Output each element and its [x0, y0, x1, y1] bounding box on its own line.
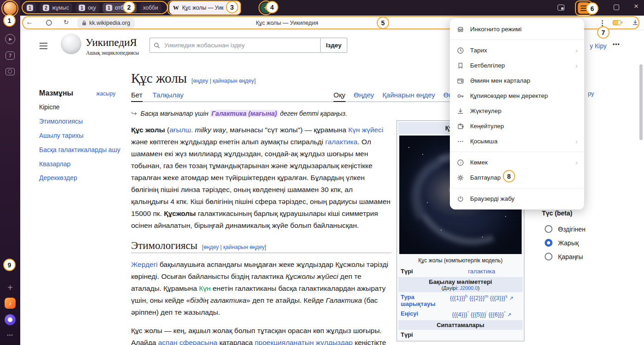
- radio-icon[interactable]: [545, 225, 552, 233]
- article-title: Құс жолы: [131, 71, 187, 86]
- wiki-search: Іздеу: [150, 38, 347, 53]
- menu-item-incognito[interactable]: Инкогнито режимі: [450, 22, 584, 37]
- sidebar-add-icon[interactable]: +: [0, 283, 20, 293]
- toc-item-etymology[interactable]: Этимологиясы: [39, 117, 125, 126]
- reload-icon[interactable]: ↻: [63, 18, 69, 26]
- menu-item-passwords[interactable]: Құпиясөздер мен деректер: [450, 88, 584, 103]
- lock-icon: [82, 20, 86, 26]
- more-horizontal-icon: [456, 138, 465, 145]
- menu-item-label: Жүктеулер: [470, 107, 501, 114]
- profile-avatar[interactable]: [4, 2, 17, 15]
- tab-group-count: 1: [106, 5, 112, 11]
- menu-item-label: Қосымша: [470, 138, 497, 145]
- menu-item-settings[interactable]: Баптаулар: [450, 170, 584, 185]
- maximize-button[interactable]: [614, 5, 619, 10]
- window-close-button[interactable]: ×: [634, 2, 638, 11]
- search-input[interactable]: [163, 41, 316, 49]
- ra-value: {{{1}}}h {{{2}}}m {{{3}}}s ↗: [443, 294, 520, 307]
- panels-icon[interactable]: [558, 5, 564, 11]
- video-icon[interactable]: ▶: [5, 34, 15, 44]
- annotation-8: 8: [503, 170, 515, 182]
- menu-item-close-browser[interactable]: Браузерді жабу: [450, 191, 584, 206]
- paragraph-1: Құс жолы (ағылш. milky way, мағынасы "сү…: [131, 124, 391, 232]
- personal-tools-icon[interactable]: •••: [613, 41, 620, 48]
- alice-icon[interactable]: [5, 314, 16, 325]
- search-button[interactable]: Іздеу: [321, 38, 347, 53]
- menu-item-more[interactable]: Қосымша ›: [450, 134, 584, 149]
- color-option-light[interactable]: Жарық: [545, 239, 579, 247]
- screenshot-icon[interactable]: [6, 68, 15, 75]
- edit-links[interactable]: [өңдеу | қайнарын өңдеу]: [191, 78, 255, 84]
- menu-item-label: Баптаулар: [470, 174, 500, 181]
- toc-item-intro[interactable]: Кіріспе: [39, 103, 125, 112]
- tab-group-pinned[interactable]: 1: [23, 3, 36, 13]
- wiki-menu-icon[interactable]: [40, 43, 47, 49]
- tab-group-hobby[interactable]: хобби: [140, 3, 161, 13]
- infobox-row-type: Түрі галактика: [398, 266, 523, 276]
- yandex-music-icon[interactable]: ♪: [5, 298, 16, 309]
- menu-item-wallet[interactable]: Әмиян мен карталар: [450, 73, 584, 88]
- toc-item-discovery[interactable]: Ашылу тарихы: [39, 131, 125, 140]
- menu-item-help[interactable]: ? Көмек ›: [450, 155, 584, 170]
- color-option-dark[interactable]: Қараңғы: [545, 253, 583, 260]
- option-label: Қараңғы: [558, 253, 583, 260]
- downloads-icon[interactable]: [632, 19, 638, 28]
- menu-item-label: Инкогнито режимі: [470, 26, 522, 33]
- dec-label-link[interactable]: Еңісуі: [401, 310, 443, 318]
- toc-item-sources[interactable]: Дереккөздер: [39, 174, 125, 182]
- tab-bar: 1 2 жұмыс 1 оқу 1 отбасы хобби W Құс жол…: [20, 0, 644, 16]
- tab-group-work[interactable]: 2 жұмыс: [40, 3, 72, 13]
- login-link[interactable]: у Кіру: [590, 42, 607, 50]
- page-scrollbar[interactable]: [639, 64, 643, 140]
- annotation-3: 3: [226, 1, 238, 13]
- alice-search-icon[interactable]: [46, 20, 52, 26]
- login-fragment: у: [590, 42, 595, 50]
- tab-group-study[interactable]: 1 оқу: [75, 3, 99, 13]
- sidebar-more-icon[interactable]: •••: [0, 333, 20, 338]
- infobox-caption: Құс жолы (компьютерлік модель): [398, 254, 523, 266]
- menu-item-extensions[interactable]: Кеңейтулер: [450, 119, 584, 134]
- toc-item-other-galaxies[interactable]: Басқа галактикаларды ашу: [39, 146, 125, 154]
- infobox-subheader-observation: Бақылау мәліметтері (Дәуірі: J2000.0): [398, 277, 523, 292]
- tab-edit-source[interactable]: Қайнарын өңдеу: [382, 91, 435, 102]
- tab-edit[interactable]: Өңдеу: [354, 91, 374, 102]
- menu-item-bookmarks[interactable]: Бетбелгілер ›: [450, 58, 584, 73]
- chevron-right-icon: ›: [575, 137, 578, 145]
- tab-talk[interactable]: Талқылау: [153, 91, 184, 102]
- option-label: Өздігінен: [558, 226, 586, 233]
- ra-label-link[interactable]: Тура шарықтауы: [401, 294, 443, 307]
- radio-selected-icon[interactable]: [545, 239, 552, 247]
- menu-item-downloads[interactable]: Жүктеулер: [450, 103, 584, 119]
- toc-hide-link[interactable]: жасыру: [96, 90, 115, 97]
- wikipedia-logo[interactable]: [61, 34, 81, 54]
- svg-text:?: ?: [460, 161, 462, 165]
- toc-item-quasars[interactable]: Квазарлар: [39, 160, 125, 169]
- menu-item-history[interactable]: Тарих ›: [450, 43, 584, 58]
- sidebar: ▶ 7 + ♪ •••: [0, 0, 20, 345]
- tab-groups: 1 2 жұмыс 1 оқу 1 отбасы хобби: [23, 3, 161, 13]
- gear-icon: [456, 174, 465, 181]
- annotation-1: 1: [3, 14, 16, 27]
- redirect-icon: ↪: [131, 109, 137, 118]
- appearance-hide-fragment[interactable]: ру: [588, 90, 594, 97]
- wikipedia-wordmark[interactable]: УикипедиЯ: [86, 37, 137, 49]
- radio-icon[interactable]: [545, 253, 552, 260]
- battery-saver-icon[interactable]: [613, 20, 621, 25]
- hatnote-text: Басқа мағыналар үшін Галактика (мағына) …: [141, 110, 347, 117]
- help-icon: ?: [456, 159, 465, 166]
- appearance-color-title: Түс (beta): [542, 209, 572, 217]
- notifications-badge[interactable]: 7: [6, 51, 15, 60]
- back-icon[interactable]: ←: [26, 18, 33, 26]
- tab-page[interactable]: Бет: [131, 91, 143, 102]
- toolbar-more-icon[interactable]: [602, 23, 603, 24]
- table-of-contents: Мазмұны жасыру Кіріспе Этимологиясы Ашыл…: [39, 89, 125, 182]
- tab-group-label: хобби: [143, 5, 158, 11]
- stars-decor: [408, 147, 409, 148]
- tab-read[interactable]: Оқу: [334, 91, 345, 102]
- edit-links[interactable]: [өңдеу | қайнарын өңдеу]: [202, 244, 266, 250]
- url-field[interactable]: kk.wikipedia.org: [77, 17, 135, 28]
- color-option-automatic[interactable]: Өздігінен: [545, 225, 586, 233]
- menu-item-label: Браузерді жабу: [470, 195, 515, 202]
- galaxy-link[interactable]: галактика: [468, 268, 495, 275]
- paragraph-3: Құс жолы — кең, ақшыл жолақ болып тұтасқ…: [131, 325, 391, 345]
